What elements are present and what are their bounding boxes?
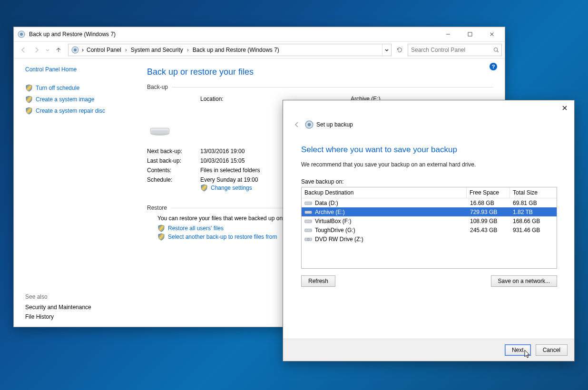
breadcrumb-bar[interactable]: › Control Panel› System and Security› Ba… (68, 44, 392, 56)
section-backup: Back-up (147, 84, 493, 90)
breadcrumb: Control Panel› System and Security› Back… (84, 47, 382, 53)
search-input[interactable] (408, 44, 491, 56)
shield-icon (25, 107, 33, 115)
table-row[interactable]: Data (D:)16.68 GB69.81 GB (302, 198, 557, 207)
hdd-icon (304, 218, 312, 224)
see-also-heading: See also (25, 293, 129, 300)
col-destination[interactable]: Backup Destination (302, 187, 467, 198)
table-row[interactable]: Archive (E:)729.93 GB1.82 TB (302, 207, 557, 216)
breadcrumb-segment[interactable]: Control Panel (84, 47, 124, 53)
window-title: Back up and Restore (Windows 7) (29, 31, 437, 38)
label-schedule: Schedule: (147, 175, 200, 194)
sidebar-item-label[interactable]: Create a system image (36, 96, 94, 103)
label-contents: Contents: (147, 166, 200, 175)
restore-all-link[interactable]: Restore all users' files (168, 225, 224, 232)
refresh-button[interactable]: Refresh (301, 275, 335, 287)
table-row[interactable]: ToughDrive (G:)245.43 GB931.46 GB (302, 225, 557, 234)
shield-icon (157, 233, 165, 241)
label-last: Last back-up: (147, 156, 200, 166)
label-next: Next back-up: (147, 146, 200, 156)
hdd-icon (304, 200, 312, 206)
dvd-icon (304, 236, 312, 242)
row-name: Archive (E:) (315, 209, 345, 215)
chevron-right-icon[interactable]: › (124, 47, 128, 53)
row-name: DVD RW Drive (Z:) (315, 236, 363, 243)
breadcrumb-segment[interactable]: System and Security (128, 47, 186, 53)
sidebar-item-turn-off-schedule[interactable]: Turn off schedule (25, 84, 129, 92)
col-free[interactable]: Free Space (467, 187, 510, 198)
shield-icon (157, 224, 165, 232)
chevron-right-icon[interactable]: › (186, 47, 190, 53)
row-name: VirtualBox (F:) (315, 218, 351, 224)
row-name: Data (D:) (315, 200, 338, 206)
nav-up-button[interactable] (52, 43, 65, 57)
row-free: 729.93 GB (467, 209, 510, 215)
destination-table: Backup Destination Free Space Total Size… (301, 187, 557, 269)
sidebar-item-create-image[interactable]: Create a system image (25, 96, 129, 103)
page-title: Back up or restore your files (147, 67, 493, 77)
table-row[interactable]: VirtualBox (F:)108.99 GB168.66 GB (302, 216, 557, 225)
row-free: 16.68 GB (467, 200, 510, 206)
row-total: 69.81 GB (510, 200, 557, 206)
setup-backup-dialog: Set up backup Select where you want to s… (283, 100, 575, 361)
search-icon[interactable] (491, 47, 501, 53)
breadcrumb-dropdown[interactable] (382, 44, 391, 56)
dialog-close-button[interactable] (558, 102, 571, 114)
row-total: 168.66 GB (510, 218, 557, 224)
search-box[interactable] (408, 44, 502, 56)
hdd-icon (304, 227, 312, 233)
drive-image-icon (148, 125, 172, 137)
breadcrumb-segment[interactable]: Back up and Restore (Windows 7) (190, 47, 282, 53)
location-icon (71, 46, 79, 54)
shield-icon (25, 84, 33, 92)
sidebar-item-label[interactable]: Create a system repair disc (36, 107, 105, 114)
row-name: ToughDrive (G:) (315, 227, 355, 234)
wizard-title: Select where you want to save your backu… (301, 145, 557, 155)
see-also-link[interactable]: File History (25, 313, 129, 320)
change-settings-link[interactable]: Change settings (211, 185, 252, 191)
refresh-button[interactable] (394, 44, 405, 56)
wizard-header: Set up backup (316, 121, 353, 128)
nav-recent-button[interactable] (43, 43, 52, 57)
maximize-button[interactable] (459, 27, 481, 41)
cancel-button[interactable]: Cancel (536, 344, 568, 356)
shield-icon (25, 96, 33, 103)
row-total: 1.82 TB (510, 209, 557, 215)
nav-back-button[interactable] (17, 43, 30, 57)
sidebar-item-label[interactable]: Turn off schedule (36, 85, 79, 91)
wizard-footer: Next Cancel (283, 339, 574, 361)
wizard-subtitle: We recommend that you save your backup o… (301, 161, 557, 168)
row-total: 931.46 GB (510, 227, 557, 234)
see-also-link[interactable]: Security and Maintenance (25, 304, 129, 311)
hdd-icon (304, 209, 312, 215)
help-icon[interactable]: ? (490, 63, 497, 70)
address-bar: › Control Panel› System and Security› Ba… (14, 41, 505, 58)
close-button[interactable] (481, 27, 503, 41)
select-another-backup-link[interactable]: Select another back-up to restore files … (168, 234, 277, 240)
col-total[interactable]: Total Size (510, 187, 557, 198)
row-free: 245.43 GB (467, 227, 510, 234)
minimize-button[interactable] (437, 27, 459, 41)
sidebar: Control Panel Home Turn off schedule Cre… (14, 58, 136, 328)
shield-icon (200, 184, 208, 192)
svg-rect-11 (468, 32, 472, 36)
next-button[interactable]: Next (505, 344, 531, 356)
sidebar-item-create-repair-disc[interactable]: Create a system repair disc (25, 107, 129, 115)
table-header: Backup Destination Free Space Total Size (302, 187, 557, 198)
save-on-network-button[interactable]: Save on a network... (491, 275, 557, 287)
backup-restore-icon (18, 30, 25, 38)
nav-forward-button[interactable] (30, 43, 43, 57)
table-row[interactable]: DVD RW Drive (Z:) (302, 234, 557, 244)
row-free: 108.99 GB (467, 218, 510, 224)
save-on-label: Save backup on: (301, 178, 557, 185)
titlebar[interactable]: Back up and Restore (Windows 7) (14, 27, 505, 41)
backup-icon (305, 120, 314, 129)
wizard-back-button[interactable] (291, 118, 303, 131)
control-panel-home-link[interactable]: Control Panel Home (25, 66, 129, 73)
